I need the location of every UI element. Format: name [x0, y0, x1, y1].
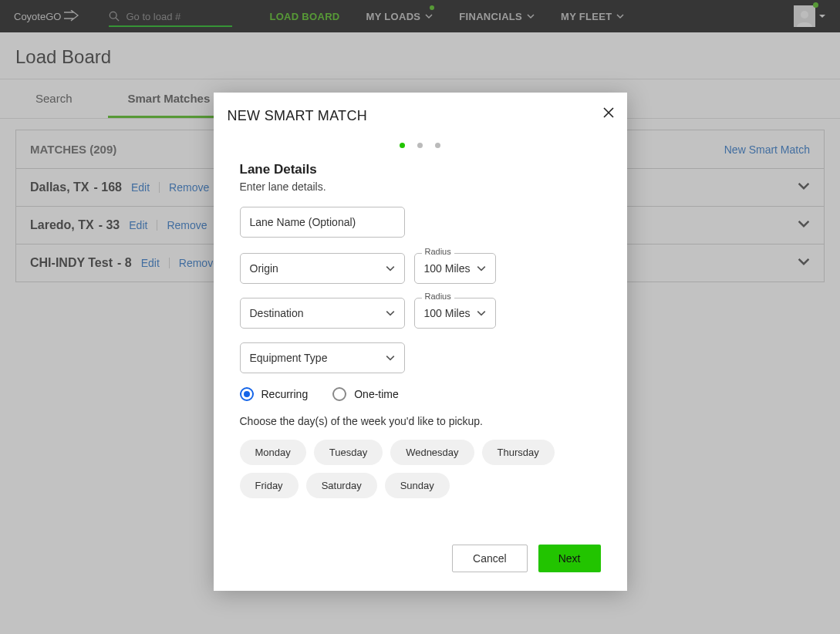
new-smart-match-modal: NEW SMART MATCH Lane Details Enter lane … [214, 93, 627, 591]
day-monday[interactable]: Monday [240, 440, 306, 465]
step-dot-2 [417, 143, 423, 148]
radius-label: Radius [422, 292, 454, 301]
step-dot-3 [435, 143, 440, 148]
radius-label: Radius [422, 247, 454, 256]
chevron-down-icon [386, 309, 395, 318]
radio-one-time[interactable]: One-time [332, 387, 399, 401]
equipment-type-select[interactable]: Equipment Type [240, 342, 405, 373]
modal-title: NEW SMART MATCH [228, 108, 613, 124]
equipment-placeholder: Equipment Type [250, 352, 328, 364]
day-picker-hint: Choose the day(s) of the week you'd like… [240, 415, 601, 427]
frequency-radio-group: Recurring One-time [240, 387, 601, 401]
origin-radius-select[interactable]: 100 Miles [414, 253, 496, 284]
day-thursday[interactable]: Thursday [482, 440, 555, 465]
day-tuesday[interactable]: Tuesday [314, 440, 383, 465]
lane-name-input[interactable]: Lane Name (Optional) [240, 207, 405, 238]
day-wednesday[interactable]: Wednesday [390, 440, 474, 465]
day-picker: Monday Tuesday Wednesday Thursday Friday… [240, 440, 601, 498]
modal-overlay: NEW SMART MATCH Lane Details Enter lane … [0, 0, 840, 634]
chevron-down-icon [386, 264, 395, 273]
lane-name-placeholder: Lane Name (Optional) [250, 216, 356, 228]
stepper [228, 143, 613, 148]
radio-recurring-label: Recurring [261, 388, 309, 400]
destination-radius-select[interactable]: 100 Miles [414, 298, 496, 329]
destination-select[interactable]: Destination [240, 298, 405, 329]
radio-icon [332, 387, 346, 401]
close-icon [602, 106, 615, 119]
chevron-down-icon [477, 264, 486, 273]
section-subtitle: Enter lane details. [240, 180, 601, 193]
chevron-down-icon [386, 353, 395, 363]
next-button[interactable]: Next [538, 545, 601, 572]
destination-radius-value: 100 Miles [424, 307, 471, 319]
day-sunday[interactable]: Sunday [385, 473, 450, 498]
destination-placeholder: Destination [250, 307, 304, 319]
step-dot-1 [400, 143, 405, 148]
radio-one-time-label: One-time [354, 388, 399, 400]
origin-radius-value: 100 Miles [424, 262, 471, 275]
radio-recurring[interactable]: Recurring [240, 387, 309, 401]
modal-footer: Cancel Next [228, 521, 613, 572]
origin-select[interactable]: Origin [240, 253, 405, 284]
day-friday[interactable]: Friday [240, 473, 299, 498]
day-saturday[interactable]: Saturday [306, 473, 377, 498]
section-title: Lane Details [240, 162, 601, 177]
radio-icon [240, 387, 254, 401]
chevron-down-icon [477, 309, 486, 318]
close-button[interactable] [602, 106, 615, 122]
cancel-button[interactable]: Cancel [452, 545, 528, 572]
origin-placeholder: Origin [250, 262, 278, 275]
